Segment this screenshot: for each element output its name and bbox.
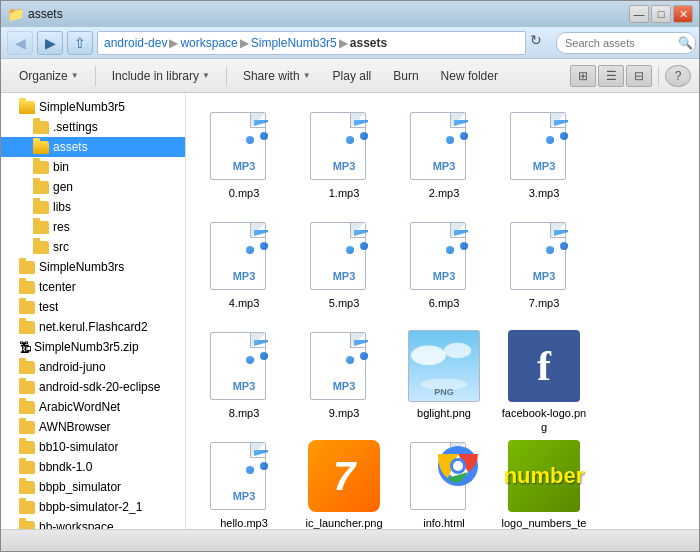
folder-icon [33,161,49,174]
view-extra-button[interactable]: ⊞ [570,65,596,87]
list-item[interactable]: MP3 8.mp3 [194,321,294,431]
music-note-icon [440,222,480,262]
search-input[interactable] [556,32,696,54]
launcher-file-icon: 7 [308,440,380,512]
list-item[interactable]: MP3 7.mp3 [494,211,594,321]
svg-point-1 [411,346,446,365]
title-bar-left: 📁 assets [7,6,63,22]
folder-icon [19,521,35,530]
status-bar [1,529,699,551]
main-area: SimpleNumb3r5 .settings assets bin gen l… [1,93,699,529]
sidebar-item-zip[interactable]: 🗜 SimpleNumb3r5.zip [1,337,185,357]
file-name: 6.mp3 [429,296,460,310]
mp3-file-icon: MP3 [308,110,380,182]
share-arrow: ▼ [303,71,311,80]
organize-button[interactable]: Organize ▼ [9,66,89,86]
sidebar-item-bin[interactable]: bin [1,157,185,177]
help-button[interactable]: ? [665,65,691,87]
breadcrumb-android-dev[interactable]: android-dev [104,36,167,50]
forward-button[interactable]: ▶ [37,31,63,55]
sidebar-label: AWNBrowser [39,420,111,434]
sidebar-item-assets[interactable]: assets [1,137,185,157]
list-item[interactable]: MP3 0.mp3 [194,101,294,211]
sidebar-item-android-juno[interactable]: android-juno [1,357,185,377]
sidebar-item-bbndk[interactable]: bbndk-1.0 [1,457,185,477]
mp3-file-icon: MP3 [408,220,480,292]
logo-file-icon: number [508,440,580,512]
sidebar-item-bbpb-sim[interactable]: bbpb_simulator [1,477,185,497]
share-with-button[interactable]: Share with ▼ [233,66,321,86]
burn-button[interactable]: Burn [383,66,428,86]
view-details-button[interactable]: ⊟ [626,65,652,87]
sidebar-item-arabicwordnet[interactable]: ArabicWordNet [1,397,185,417]
folder-icon [19,481,35,494]
html-file-icon [408,440,480,512]
breadcrumb-workspace[interactable]: workspace [180,36,237,50]
list-item[interactable]: 7 ic_launcher.png [294,431,394,529]
svg-rect-0 [409,331,479,401]
file-name: hello.mp3 [220,516,268,529]
mp3-file-icon: MP3 [308,220,380,292]
breadcrumb-simplenumb3r5[interactable]: SimpleNumb3r5 [251,36,337,50]
list-item[interactable]: info.html [394,431,494,529]
file-name: bglight.png [417,406,471,420]
close-button[interactable]: ✕ [673,5,693,23]
view-list-button[interactable]: ☰ [598,65,624,87]
sidebar-item-test[interactable]: test [1,297,185,317]
file-name: logo_numbers_text.png [499,516,589,529]
sidebar-item-settings[interactable]: .settings [1,117,185,137]
folder-icon [19,461,35,474]
file-name: ic_launcher.png [305,516,382,529]
list-item[interactable]: MP3 9.mp3 [294,321,394,431]
sidebar-item-simplenumb3r5[interactable]: SimpleNumb3r5 [1,97,185,117]
sidebar-label: ArabicWordNet [39,400,120,414]
folder-icon [33,221,49,234]
sidebar-item-libs[interactable]: libs [1,197,185,217]
breadcrumb: android-dev ▶ workspace ▶ SimpleNumb3r5 … [97,31,526,55]
back-button[interactable]: ◀ [7,31,33,55]
sidebar-item-bb-workspace[interactable]: bb-workspace [1,517,185,529]
sidebar-item-flashcard2[interactable]: net.kerul.Flashcard2 [1,317,185,337]
sidebar-item-awnbrowser[interactable]: AWNBrowser [1,417,185,437]
file-name: 2.mp3 [429,186,460,200]
list-item[interactable]: f facebook-logo.png [494,321,594,431]
sidebar-item-simplenumb3rs[interactable]: SimpleNumb3rs [1,257,185,277]
list-item[interactable]: MP3 1.mp3 [294,101,394,211]
up-button[interactable]: ⇧ [67,31,93,55]
music-note-icon [240,442,280,482]
sidebar-item-gen[interactable]: gen [1,177,185,197]
list-item[interactable]: bglight.png [394,321,494,431]
play-all-button[interactable]: Play all [323,66,382,86]
mp3-file-icon: MP3 [208,330,280,402]
folder-icon [19,281,35,294]
maximize-button[interactable]: □ [651,5,671,23]
sidebar-label: bb10-simulator [39,440,118,454]
mp3-file-icon: MP3 [308,330,380,402]
folder-icon [33,181,49,194]
sidebar-item-bb10[interactable]: bb10-simulator [1,437,185,457]
bglight-thumbnail [408,330,480,402]
sidebar-item-tcenter[interactable]: tcenter [1,277,185,297]
window-title: assets [28,7,63,21]
folder-icon [19,441,35,454]
sidebar-item-src[interactable]: src [1,237,185,257]
list-item[interactable]: MP3 3.mp3 [494,101,594,211]
list-item[interactable]: MP3 2.mp3 [394,101,494,211]
sidebar-item-bbpb-sim-2[interactable]: bbpb-simulator-2_1 [1,497,185,517]
new-folder-label: New folder [441,69,498,83]
list-item[interactable]: MP3 hello.mp3 [194,431,294,529]
sidebar-label: gen [53,180,73,194]
list-item[interactable]: MP3 6.mp3 [394,211,494,321]
include-library-button[interactable]: Include in library ▼ [102,66,220,86]
sidebar-item-res[interactable]: res [1,217,185,237]
list-item[interactable]: MP3 4.mp3 [194,211,294,321]
list-item[interactable]: number logo_numbers_text.png [494,431,594,529]
sidebar-label: bbpb_simulator [39,480,121,494]
sidebar-item-android-sdk[interactable]: android-sdk-20-eclipse [1,377,185,397]
minimize-button[interactable]: — [629,5,649,23]
music-note-icon [540,222,580,262]
list-item[interactable]: MP3 5.mp3 [294,211,394,321]
new-folder-button[interactable]: New folder [431,66,508,86]
refresh-button[interactable]: ↻ [530,32,552,54]
organize-label: Organize [19,69,68,83]
